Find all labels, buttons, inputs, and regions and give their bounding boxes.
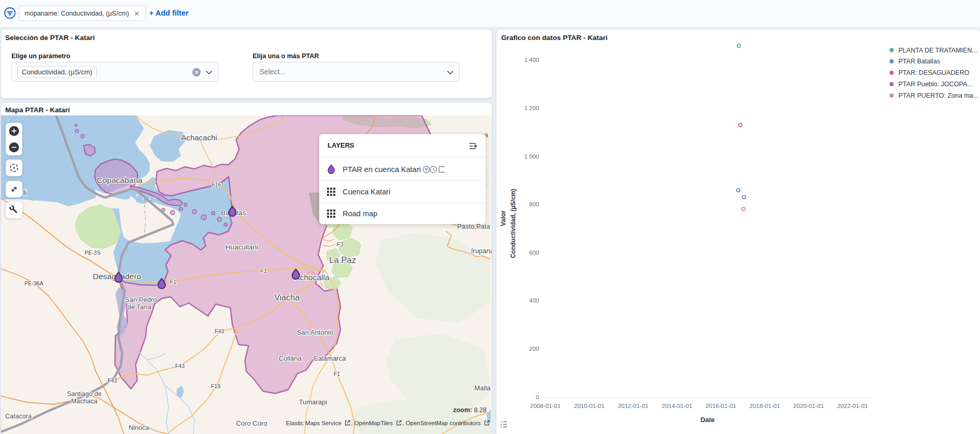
svg-text:200: 200 <box>529 346 539 352</box>
svg-text:F1: F1 <box>334 371 340 377</box>
svg-text:2016-01-01: 2016-01-01 <box>705 403 736 409</box>
svg-text:Machaca: Machaca <box>71 398 98 405</box>
svg-text:1 000: 1 000 <box>524 153 539 160</box>
svg-text:2010-01-01: 2010-01-01 <box>574 403 605 409</box>
svg-text:2020-01-01: 2020-01-01 <box>793 403 824 409</box>
svg-text:San Pedro: San Pedro <box>125 296 156 304</box>
svg-text:F16: F16 <box>212 181 221 188</box>
svg-text:PTAR: DESAGUADERO: PTAR: DESAGUADERO <box>898 69 970 76</box>
svg-text:PTAR Batallas: PTAR Batallas <box>898 58 940 65</box>
svg-text:2018-01-01: 2018-01-01 <box>750 403 780 409</box>
svg-text:Date: Date <box>700 416 714 424</box>
svg-text:F43: F43 <box>175 363 185 369</box>
svg-text:Coro Coro: Coro Coro <box>236 419 267 427</box>
svg-text:Conductividad, (µS/cm): Conductividad, (µS/cm) <box>509 189 517 258</box>
svg-text:Copacabana: Copacabana <box>97 176 142 185</box>
svg-text:2008-01-01: 2008-01-01 <box>530 403 561 409</box>
svg-text:2022-01-01: 2022-01-01 <box>837 403 868 409</box>
svg-text:F1: F1 <box>170 279 176 285</box>
svg-text:800: 800 <box>529 201 539 207</box>
svg-text:PE-3S: PE-3S <box>85 249 100 256</box>
svg-text:li: li <box>23 188 27 197</box>
svg-text:F43: F43 <box>108 377 117 384</box>
svg-text:Catacora: Catacora <box>5 413 32 420</box>
svg-text:600: 600 <box>529 249 539 256</box>
svg-text:400: 400 <box>529 297 539 304</box>
svg-text:Tumarapi: Tumarapi <box>299 398 328 406</box>
svg-text:Calamarca: Calamarca <box>313 354 347 362</box>
svg-text:0: 0 <box>536 394 539 400</box>
svg-text:PTAR Pueblo: JOCOPA...: PTAR Pueblo: JOCOPA... <box>898 81 973 88</box>
svg-text:2012-01-01: 2012-01-01 <box>618 403 648 409</box>
svg-text:de Tana: de Tana <box>127 303 152 311</box>
svg-text:Santiago de: Santiago de <box>67 390 102 398</box>
svg-text:Huacullani: Huacullani <box>225 243 258 251</box>
svg-text:Achacachi: Achacachi <box>181 133 217 142</box>
svg-text:San Antonio: San Antonio <box>297 328 333 336</box>
svg-text:2014-01-01: 2014-01-01 <box>662 403 692 409</box>
svg-text:F3: F3 <box>337 241 343 247</box>
svg-text:1 200: 1 200 <box>524 105 539 111</box>
svg-text:PLANTA DE TRATAMIEN...: PLANTA DE TRATAMIEN... <box>898 47 977 54</box>
svg-text:PTAR PUERTO: Zona ma...: PTAR PUERTO: Zona ma... <box>898 92 978 99</box>
svg-text:1 400: 1 400 <box>524 57 539 63</box>
svg-text:Collana: Collana <box>279 354 302 362</box>
svg-text:F1: F1 <box>260 268 267 274</box>
svg-text:Viacha: Viacha <box>275 293 300 302</box>
svg-text:Valor: Valor <box>500 211 507 227</box>
svg-text:F19: F19 <box>211 383 220 389</box>
svg-text:F43: F43 <box>215 328 224 334</box>
svg-text:Ninoca: Ninoca <box>129 424 149 431</box>
svg-text:Irupana: Irupana <box>471 247 492 255</box>
svg-text:PE-36A: PE-36A <box>24 280 43 286</box>
svg-text:La Paz: La Paz <box>329 255 356 265</box>
svg-text:Malla: Malla <box>474 384 491 392</box>
